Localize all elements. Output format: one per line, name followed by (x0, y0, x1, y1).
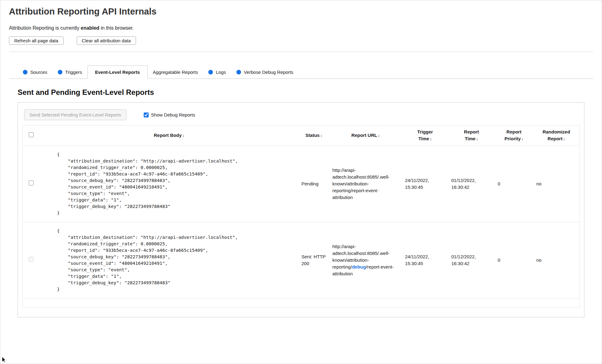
table-footer-cell (23, 298, 580, 308)
report-row-sent: { "attribution_destination": "http://ara… (23, 222, 580, 298)
sources-dot-icon (23, 70, 28, 74)
col-header-report-priority[interactable]: Report Priority↕ (495, 125, 533, 146)
select-all-header-cell (23, 125, 40, 146)
logs-dot-icon (208, 70, 213, 74)
tab-sources[interactable]: Sources (18, 66, 53, 78)
sort-icon: ↕ (378, 133, 380, 138)
trigger-time: 24/11/2022, 15:30:45 (402, 222, 448, 298)
attribution-internals-page: Attribution Reporting API Internals Attr… (0, 0, 602, 327)
col-header-report-url[interactable]: Report URL↕ (329, 125, 402, 146)
tab-verbose-debug-reports[interactable]: Verbose Debug Reports (231, 66, 299, 78)
col-label: Report Priority (504, 129, 521, 141)
status-line: Attribution Reporting is currently enabl… (9, 25, 593, 31)
report-body-json: { "attribution_destination": "http://ara… (43, 228, 295, 293)
report-url-debug-segment: debug (352, 264, 366, 269)
randomized-report: no (533, 146, 580, 222)
trigger-time: 24/11/2022, 15:30:45 (402, 146, 448, 222)
triggers-dot-icon (58, 70, 62, 74)
sort-icon: ↕ (563, 137, 565, 141)
status-emphasis: enabled (81, 25, 99, 31)
randomized-report: no (533, 222, 580, 298)
section-heading: Sent and Pending Event-Level Reports (18, 88, 584, 97)
tab-label: Aggregatable Reports (153, 70, 198, 75)
tab-triggers[interactable]: Triggers (53, 66, 87, 78)
tab-aggregatable-reports[interactable]: Aggregatable Reports (148, 66, 203, 78)
show-debug-toggle[interactable]: Show Debug Reports (144, 112, 195, 117)
report-url: http://arapi-adtech.localhost:8085/.well… (329, 222, 402, 298)
report-status: Pending (299, 146, 329, 222)
sort-icon: ↕ (521, 137, 524, 141)
report-row-pending: { "attribution_destination": "http://ara… (23, 146, 580, 222)
tab-label: Event-Level Reports (95, 70, 140, 75)
status-prefix: Attribution Reporting is currently (9, 25, 81, 31)
report-time: 01/12/2022, 16:30:42 (448, 222, 495, 298)
clear-all-button[interactable]: Clear all attribution data (77, 36, 136, 45)
event-level-reports-section: Sent and Pending Event-Level Reports Sen… (18, 88, 584, 317)
report-priority: 0 (495, 146, 533, 222)
col-label: Randomized Report (543, 129, 570, 141)
status-suffix: in this browser. (100, 25, 134, 31)
tab-event-level-reports[interactable]: Event-Level Reports (87, 66, 148, 79)
col-header-trigger-time[interactable]: Trigger Time↕ (402, 125, 448, 146)
report-status: Sent: HTTP 200 (299, 222, 329, 298)
show-debug-checkbox[interactable] (144, 112, 149, 117)
sort-icon: ↕ (182, 133, 184, 138)
report-body-cell: { "attribution_destination": "http://ara… (40, 222, 299, 298)
sort-icon: ↕ (320, 133, 322, 138)
report-body-cell: { "attribution_destination": "http://ara… (40, 146, 299, 222)
sort-icon: ↕ (476, 137, 478, 141)
row-select-checkbox[interactable] (29, 180, 34, 185)
col-header-randomized-report[interactable]: Randomized Report↕ (533, 125, 580, 146)
col-label: Report URL (351, 133, 377, 138)
tab-logs[interactable]: Logs (203, 66, 231, 78)
tab-label: Verbose Debug Reports (244, 70, 293, 75)
report-body-json: { "attribution_destination": "http://ara… (43, 151, 295, 216)
col-header-status[interactable]: Status↕ (299, 125, 329, 146)
report-time: 01/12/2022, 16:30:42 (448, 146, 495, 222)
col-header-report-body[interactable]: Report Body↕ (40, 125, 299, 146)
tab-bar: Sources Triggers Event-Level Reports Agg… (9, 66, 593, 79)
divider (9, 52, 593, 52)
reports-table: Report Body↕ Status↕ Report URL↕ Trigger… (22, 125, 580, 308)
show-debug-label: Show Debug Reports (151, 112, 195, 117)
report-priority: 0 (495, 222, 533, 298)
page-toolbar: Refresh all page data Clear all attribut… (9, 36, 593, 45)
report-url-text: http://arapi-adtech.localhost:8085/.well… (333, 167, 390, 200)
tab-label: Triggers (65, 70, 82, 75)
col-label: Status (305, 133, 320, 138)
table-header: Report Body↕ Status↕ Report URL↕ Trigger… (23, 125, 580, 146)
sort-icon: ↕ (430, 137, 432, 141)
panel-toolbar: Send Selected Pending Event-Level Report… (22, 107, 580, 125)
tab-label: Logs (216, 70, 226, 75)
refresh-all-button[interactable]: Refresh all page data (9, 36, 64, 45)
row-select-cell (23, 146, 40, 222)
page-title: Attribution Reporting API Internals (9, 6, 593, 17)
verbose-debug-dot-icon (236, 70, 241, 74)
mouse-cursor (2, 357, 6, 362)
col-label: Report Body (154, 133, 182, 138)
select-all-checkbox[interactable] (29, 132, 34, 137)
row-select-cell (23, 222, 40, 298)
tab-label: Sources (30, 70, 47, 75)
reports-panel: Send Selected Pending Event-Level Report… (18, 102, 584, 317)
send-selected-button[interactable]: Send Selected Pending Event-Level Report… (24, 109, 126, 120)
row-select-checkbox-disabled (29, 257, 34, 262)
table-footer-row (23, 298, 580, 308)
report-url: http://arapi-adtech.localhost:8085/.well… (329, 146, 402, 222)
col-header-report-time[interactable]: Report Time↕ (448, 125, 495, 146)
